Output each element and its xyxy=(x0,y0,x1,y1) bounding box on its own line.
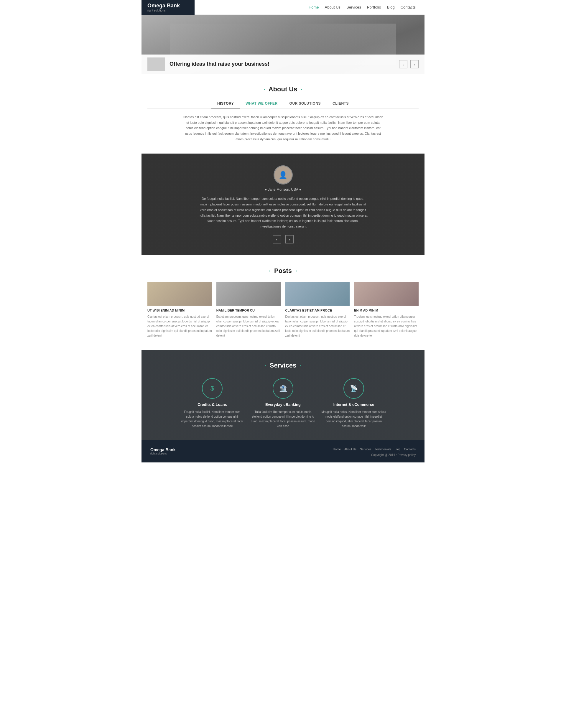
post-card: UT WISI ENIM AD MINIMClaritas est etiam … xyxy=(147,282,212,338)
hero-prev-button[interactable]: ‹ xyxy=(399,60,407,68)
about-title-dot-right: · xyxy=(301,86,303,93)
logo: Omega Bank right solutions xyxy=(141,0,195,15)
footer-nav-item-blog[interactable]: Blog xyxy=(395,448,401,451)
post-text: Deritas est etiam procesm, quis nostrud … xyxy=(285,314,350,338)
services-title: · Services · xyxy=(147,362,419,369)
service-card: 📡Internet & eCommerceMaugait nulla nobis… xyxy=(321,378,386,429)
nav-item-blog[interactable]: Blog xyxy=(387,5,395,9)
post-title: UT WISI ENIM AD MINIM xyxy=(147,309,212,312)
footer-nav-item-contacts[interactable]: Contacts xyxy=(404,448,416,451)
post-text: Est etiam procesm, quis nostrud exerci t… xyxy=(216,314,281,338)
post-image xyxy=(285,282,350,306)
footer-nav: HomeAbout UsServicesTestimonialsBlogCont… xyxy=(186,446,416,452)
post-image xyxy=(216,282,281,306)
footer-right: HomeAbout UsServicesTestimonialsBlogCont… xyxy=(186,446,416,457)
service-text: Maugait nulla nobis. Nam liber tempor cu… xyxy=(321,410,386,429)
footer-nav-item-home[interactable]: Home xyxy=(333,448,341,451)
service-title: Internet & eCommerce xyxy=(321,402,386,407)
testimonial-next-button[interactable]: › xyxy=(285,235,294,243)
nav-item-home[interactable]: Home xyxy=(309,5,319,9)
testimonial-name: ● Jane Morison, USA ● xyxy=(147,187,419,192)
services-title-text: Services xyxy=(270,362,297,369)
nav-item-services[interactable]: Services xyxy=(346,5,361,9)
about-title: · About Us · xyxy=(147,85,419,93)
service-text: Feugait nulla facilisi. Nam liber tempor… xyxy=(180,410,245,429)
about-tabs: HISTORYWHAT WE OFFEROUR SOLUTIONSCLIENTS xyxy=(147,99,419,108)
avatar-icon: 👤 xyxy=(279,171,287,179)
post-card: NAM LIBER TEMPOR CUEst etiam procesm, qu… xyxy=(216,282,281,338)
service-card: $Credits & LoansFeugait nulla facilisi. … xyxy=(180,378,245,429)
footer-logo: Omega Bank right solutions xyxy=(150,447,186,455)
footer-logo-sub: right solutions xyxy=(150,452,186,455)
footer-copyright: Copyright @ 2014 • Privacy policy xyxy=(186,453,416,457)
logo-subtitle: right solutions xyxy=(147,9,189,12)
service-text: Tulia facilisim liber tempor cum soluta … xyxy=(251,410,315,429)
about-tab-our-solutions[interactable]: OUR SOLUTIONS xyxy=(284,99,327,108)
about-tab-clients[interactable]: CLIENTS xyxy=(327,99,355,108)
post-title: CLARITAS EST ETIAM PROCE xyxy=(285,309,350,312)
post-image xyxy=(354,282,419,306)
post-text: Trociem, quis nostrud exerci tation ulla… xyxy=(354,314,419,338)
posts-grid: UT WISI ENIM AD MINIMClaritas est etiam … xyxy=(147,282,419,338)
about-title-text: About Us xyxy=(269,85,297,93)
hero-tagline: Offering ideas that raise your business! xyxy=(170,61,399,67)
about-title-dot-left: · xyxy=(264,86,265,93)
post-title: NAM LIBER TEMPOR CU xyxy=(216,309,281,312)
footer-nav-item-about-us[interactable]: About Us xyxy=(344,448,356,451)
service-title: Everyday cBanking xyxy=(251,402,315,407)
nav-item-contacts[interactable]: Contacts xyxy=(401,5,416,9)
testimonial-name-text: Jane Morison, USA xyxy=(268,187,298,192)
services-dot-left: · xyxy=(264,362,266,369)
post-card: CLARITAS EST ETIAM PROCEDeritas est etia… xyxy=(285,282,350,338)
post-card: ENIM AD MINIMTrociem, quis nostrud exerc… xyxy=(354,282,419,338)
main-nav: HomeAbout UsServicesPortfolioBlogContact… xyxy=(195,0,425,15)
service-icon-circle: 🏦 xyxy=(273,378,293,399)
logo-title: Omega Bank xyxy=(147,3,189,9)
about-tab-history[interactable]: HISTORY xyxy=(211,99,240,108)
testimonial-prev-button[interactable]: ‹ xyxy=(273,235,281,243)
services-grid: $Credits & LoansFeugait nulla facilisi. … xyxy=(147,378,419,429)
testimonial-nav: ‹ › xyxy=(147,235,419,243)
services-dot-right: · xyxy=(300,362,302,369)
service-icon: $ xyxy=(210,385,214,392)
post-image xyxy=(147,282,212,306)
service-card: 🏦Everyday cBankingTulia facilisim liber … xyxy=(251,378,315,429)
testimonial-dot-right: ● xyxy=(299,187,301,192)
about-section: · About Us · HISTORYWHAT WE OFFEROUR SOL… xyxy=(141,74,425,154)
posts-title-text: Posts xyxy=(274,267,292,274)
testimonial-section: 👤 ● Jane Morison, USA ● De feugait nulla… xyxy=(141,154,425,255)
about-body-text: Claritas est etiam procesm, quis nostrud… xyxy=(183,114,383,142)
service-icon-circle: 📡 xyxy=(343,378,364,399)
posts-dot-left: · xyxy=(269,268,271,274)
service-icon-circle: $ xyxy=(202,378,223,399)
header: Omega Bank right solutions HomeAbout UsS… xyxy=(141,0,425,15)
testimonial-quote: De feugait nulla facilisi. Nam liber tem… xyxy=(198,196,368,229)
posts-title: · Posts · xyxy=(147,267,419,275)
service-icon: 📡 xyxy=(350,385,358,392)
testimonial-dot-left: ● xyxy=(265,187,267,192)
hero-section: Offering ideas that raise your business!… xyxy=(141,15,425,74)
footer: Omega Bank right solutions HomeAbout UsS… xyxy=(141,440,425,462)
testimonial-avatar: 👤 xyxy=(274,165,293,185)
hero-thumbnail xyxy=(147,57,165,71)
posts-dot-right: · xyxy=(295,268,297,274)
post-text: Claritas est etiam procesm, quis nostrud… xyxy=(147,314,212,338)
about-tab-what-we-offer[interactable]: WHAT WE OFFER xyxy=(240,99,283,108)
footer-nav-item-services[interactable]: Services xyxy=(360,448,371,451)
posts-section: · Posts · UT WISI ENIM AD MINIMClaritas … xyxy=(141,255,425,350)
services-section: · Services · $Credits & LoansFeugait nul… xyxy=(141,350,425,440)
hero-next-button[interactable]: › xyxy=(410,60,419,68)
service-title: Credits & Loans xyxy=(180,402,245,407)
nav-item-portfolio[interactable]: Portfolio xyxy=(367,5,381,9)
nav-item-about-us[interactable]: About Us xyxy=(325,5,340,9)
footer-logo-title: Omega Bank xyxy=(150,447,186,452)
footer-nav-item-testimonials[interactable]: Testimonials xyxy=(375,448,391,451)
post-title: ENIM AD MINIM xyxy=(354,309,419,312)
service-icon: 🏦 xyxy=(279,385,287,392)
